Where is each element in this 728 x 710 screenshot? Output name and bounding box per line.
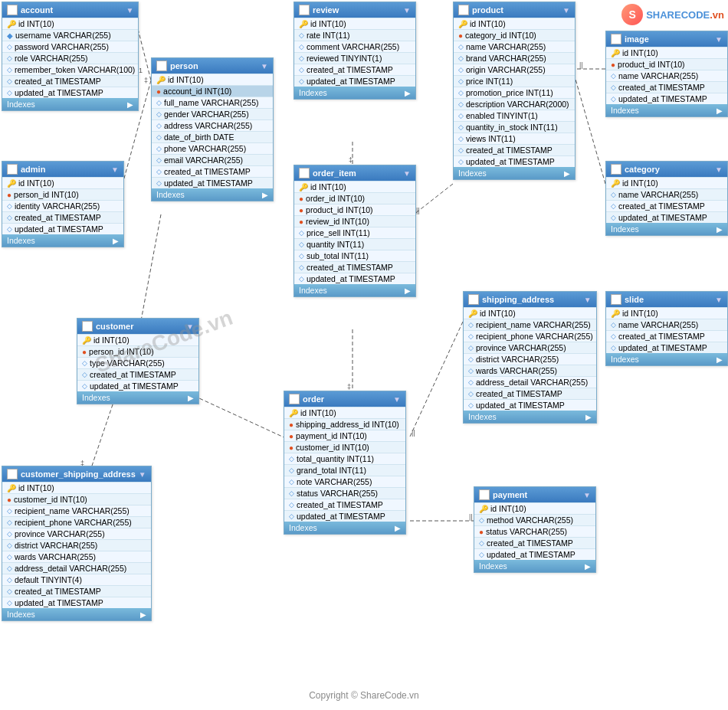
indexes-label: Indexes bbox=[156, 190, 185, 199]
field-text: views INT(11) bbox=[466, 134, 516, 143]
table-arrow[interactable]: ▼ bbox=[139, 470, 146, 479]
table-icon bbox=[7, 164, 18, 175]
field-text: updated_at TIMESTAMP bbox=[307, 274, 395, 283]
field-row: ◇ updated_at TIMESTAMP bbox=[294, 75, 415, 87]
field-row: 🔑 id INT(10) bbox=[77, 334, 198, 345]
indexes-arrow: ▶ bbox=[127, 100, 133, 109]
table-arrow[interactable]: ▼ bbox=[126, 6, 133, 15]
field-row: ◇ wards VARCHAR(255) bbox=[464, 365, 596, 376]
field-row: 🔑 id INT(10) bbox=[152, 74, 273, 85]
field-text: id INT(10) bbox=[470, 19, 506, 28]
field-row: 🔑 id INT(10) bbox=[294, 18, 415, 29]
svg-text:‡: ‡ bbox=[347, 383, 351, 391]
table-arrow[interactable]: ▼ bbox=[583, 491, 591, 499]
field-row: 🔑 id INT(10) bbox=[606, 177, 727, 188]
field-text: name VARCHAR(255) bbox=[466, 42, 546, 51]
field-text: updated_at TIMESTAMP bbox=[618, 94, 707, 103]
indexes-row[interactable]: Indexes ▶ bbox=[2, 98, 138, 110]
field-row: 🔑 id INT(10) bbox=[2, 177, 123, 188]
indexes-row[interactable]: Indexes ▶ bbox=[77, 391, 198, 404]
table-arrow[interactable]: ▼ bbox=[562, 6, 570, 15]
table-image: image ▼ 🔑 id INT(10) ● product_id INT(10… bbox=[605, 31, 728, 117]
table-order_item: order_item ▼ 🔑 id INT(10) ● order_id INT… bbox=[293, 165, 416, 297]
field-row: ◇ total_quantity INT(11) bbox=[284, 453, 405, 464]
svg-text:||: || bbox=[579, 61, 583, 69]
field-text: comment VARCHAR(255) bbox=[307, 42, 399, 51]
table-arrow[interactable]: ▼ bbox=[186, 322, 194, 331]
table-arrow[interactable]: ▼ bbox=[715, 165, 723, 174]
indexes-label: Indexes bbox=[611, 106, 639, 115]
indexes-row[interactable]: Indexes ▶ bbox=[454, 167, 575, 179]
table-arrow[interactable]: ▼ bbox=[403, 169, 411, 178]
field-row: ◇ created_at TIMESTAMP bbox=[474, 537, 595, 548]
table-arrow[interactable]: ▼ bbox=[715, 296, 723, 304]
field-text: id INT(10) bbox=[480, 309, 516, 318]
indexes-row[interactable]: Indexes ▶ bbox=[152, 188, 273, 201]
field-row: ◇ reviewed TINYINT(1) bbox=[294, 52, 415, 64]
field-row: ◇ password VARCHAR(255) bbox=[2, 41, 138, 52]
table-icon bbox=[611, 294, 621, 305]
indexes-row[interactable]: Indexes ▶ bbox=[2, 234, 123, 247]
field-text: province VARCHAR(255) bbox=[15, 529, 105, 538]
table-arrow[interactable]: ▼ bbox=[715, 35, 723, 44]
indexes-row[interactable]: Indexes ▶ bbox=[2, 608, 151, 620]
indexes-row[interactable]: Indexes ▶ bbox=[474, 560, 595, 572]
field-row: ◇ quantity_in_stock INT(11) bbox=[454, 121, 575, 133]
table-header-order_item: order_item ▼ bbox=[294, 165, 415, 181]
table-arrow[interactable]: ▼ bbox=[403, 6, 411, 15]
table-arrow[interactable]: ▼ bbox=[261, 62, 268, 70]
field-row: ◇ created_at TIMESTAMP bbox=[294, 64, 415, 75]
field-text: reviewed TINYINT(1) bbox=[307, 54, 382, 63]
table-name: customer bbox=[96, 322, 134, 331]
indexes-label: Indexes bbox=[82, 393, 110, 402]
table-order: order ▼ 🔑 id INT(10) ● shipping_address_… bbox=[284, 391, 406, 535]
field-text: created_at TIMESTAMP bbox=[466, 146, 553, 155]
indexes-row[interactable]: Indexes ▶ bbox=[284, 522, 405, 534]
indexes-row[interactable]: Indexes ▶ bbox=[606, 104, 727, 116]
indexes-label: Indexes bbox=[7, 236, 35, 245]
field-row: ● product_id INT(10) bbox=[294, 204, 415, 215]
field-text: rate INT(11) bbox=[307, 31, 350, 40]
indexes-row[interactable]: Indexes ▶ bbox=[294, 284, 415, 296]
table-slide: slide ▼ 🔑 id INT(10) ◇ name VARCHAR(255)… bbox=[605, 291, 728, 366]
field-text: created_at TIMESTAMP bbox=[307, 65, 393, 74]
table-category: category ▼ 🔑 id INT(10) ◇ name VARCHAR(2… bbox=[605, 161, 728, 236]
field-row: ◇ name VARCHAR(255) bbox=[606, 70, 727, 81]
field-row: ◇ updated_at TIMESTAMP bbox=[77, 380, 198, 391]
table-arrow[interactable]: ▼ bbox=[584, 296, 592, 304]
field-text: description VARCHAR(2000) bbox=[466, 100, 569, 109]
table-header-customer_shipping_address: customer_shipping_address ▼ bbox=[2, 466, 151, 482]
field-row: ◇ quantity INT(11) bbox=[294, 238, 415, 250]
indexes-label: Indexes bbox=[468, 412, 497, 421]
field-row: ◇ comment VARCHAR(255) bbox=[294, 41, 415, 52]
field-row: ◇ address_detail VARCHAR(255) bbox=[464, 376, 596, 388]
table-customer: customer ▼ 🔑 id INT(10) ● person_id INT(… bbox=[77, 318, 199, 404]
field-text: grand_total INT(11) bbox=[297, 466, 366, 475]
field-row: ◇ role VARCHAR(255) bbox=[2, 52, 138, 64]
field-row: ◇ updated_at TIMESTAMP bbox=[284, 510, 405, 522]
field-row: ◇ price INT(11) bbox=[454, 75, 575, 87]
indexes-row[interactable]: Indexes ▶ bbox=[606, 223, 727, 235]
field-row: ◇ created_at TIMESTAMP bbox=[294, 261, 415, 273]
indexes-label: Indexes bbox=[299, 286, 327, 295]
table-arrow[interactable]: ▼ bbox=[111, 165, 119, 174]
indexes-row[interactable]: Indexes ▶ bbox=[464, 411, 596, 423]
table-icon bbox=[82, 321, 93, 332]
field-text: district VARCHAR(255) bbox=[15, 541, 97, 550]
field-text: id INT(10) bbox=[622, 309, 658, 318]
copyright: Copyright © ShareCode.vn bbox=[309, 690, 419, 701]
field-row: ◇ created_at TIMESTAMP bbox=[2, 211, 123, 223]
indexes-row[interactable]: Indexes ▶ bbox=[606, 353, 727, 365]
field-text: brand VARCHAR(255) bbox=[466, 54, 546, 63]
field-text: id INT(10) bbox=[622, 48, 658, 57]
table-arrow[interactable]: ▼ bbox=[393, 395, 401, 404]
field-text: updated_at TIMESTAMP bbox=[15, 88, 103, 97]
field-text: payment_id INT(10) bbox=[296, 431, 367, 440]
field-text: id INT(10) bbox=[168, 75, 204, 84]
indexes-row[interactable]: Indexes ▶ bbox=[294, 87, 415, 99]
svg-text:||: || bbox=[416, 207, 420, 214]
field-text: shipping_address_id INT(10) bbox=[296, 420, 399, 429]
field-text: product_id INT(10) bbox=[618, 60, 685, 69]
diagram-canvas: 1 ‡ ‡ ‡ ‡ ‡ || || || || || bbox=[0, 0, 728, 710]
field-text: created_at TIMESTAMP bbox=[164, 167, 251, 176]
